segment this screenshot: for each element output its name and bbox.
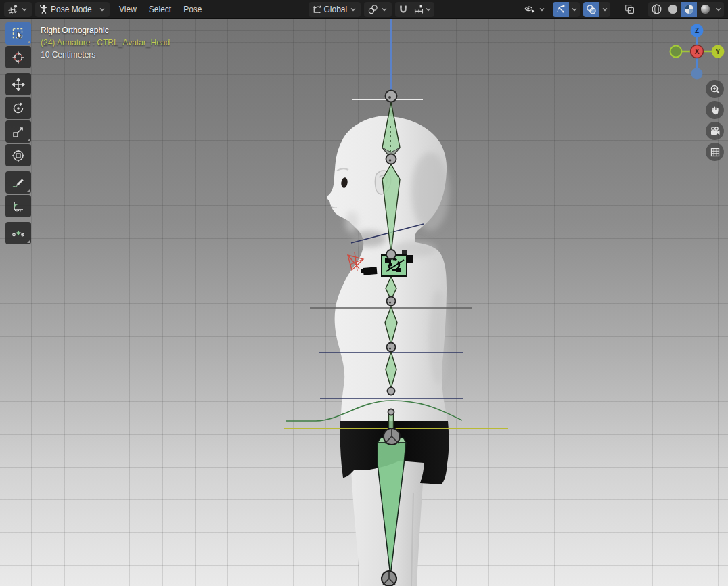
snap-increment-icon [413,4,424,15]
tool-shelf [5,22,31,244]
axis-navigation-gizmo[interactable]: Z Y X [670,24,725,80]
scale-icon [12,125,25,139]
gizmo-icon [555,4,566,15]
overlays-dropdown[interactable] [599,2,610,17]
tool-scale[interactable] [5,120,31,143]
toggle-perspective-button[interactable] [706,143,724,161]
show-overlays-toggle[interactable] [583,2,599,17]
mode-dropdown[interactable]: Pose Mode [35,2,110,17]
material-sphere-icon [683,3,695,15]
zoom-icon [710,84,721,95]
grid-scale-text: 10 Centimeters [41,49,170,61]
show-gizmos-toggle[interactable] [553,2,569,17]
editor-3d-viewport-icon [7,4,18,15]
hand-icon [710,105,721,116]
tool-transform[interactable] [5,144,31,166]
move-icon [12,78,25,91]
axis-x-label: X [695,48,700,55]
transform-orientation-dropdown[interactable]: Global [309,2,361,17]
shading-material-preview[interactable] [681,2,697,17]
pan-button[interactable] [706,101,724,119]
annotate-pencil-icon [12,176,25,189]
joint-chest [386,250,396,259]
root-end-sphere[interactable] [382,571,396,586]
tool-cursor[interactable] [5,46,31,68]
tool-measure[interactable] [5,195,31,217]
breakdowner-icon [12,227,25,240]
mode-label: Pose Mode [51,5,96,14]
joint-hips-top [388,409,394,415]
chevron-down-icon [349,5,357,14]
gizmos-group [553,2,580,17]
shading-wireframe[interactable] [648,2,664,17]
object-visibility-dropdown[interactable] [520,2,549,17]
scene-canvas: Z Y X [0,19,728,586]
3d-cursor-icon [12,51,25,64]
tool-annotate[interactable] [5,171,31,194]
viewport-header: Pose Mode View Select Pose Global [0,0,728,19]
pivot-point-icon [367,4,378,15]
shading-mode-group [648,2,724,17]
joint-spine-1 [388,388,395,395]
snap-target-dropdown[interactable] [411,2,434,17]
axis-neg-z-ball[interactable] [691,68,703,80]
active-object-text: (24) Armature : CTRL_Avatar_Head [41,37,170,49]
camera-icon [710,126,721,137]
xray-icon [624,3,635,15]
chevron-down-icon [714,5,723,14]
view-name-text: Right Orthographic [41,24,170,37]
magnet-icon [398,4,409,15]
zoom-button[interactable] [706,80,724,98]
joint-head-top [386,91,397,102]
menu-select[interactable]: Select [143,2,177,17]
pivot-point-dropdown[interactable] [364,2,392,17]
grid-icon [710,147,721,158]
chevron-down-icon [601,5,609,14]
rotate-icon [12,102,25,115]
hip-sphere[interactable] [384,428,400,445]
3d-viewport[interactable]: Z Y X Right Orthographic (24) Armature :… [0,19,728,586]
joint-spine-3 [387,297,396,306]
tool-move[interactable] [5,73,31,95]
snapping-group [395,2,434,17]
chevron-down-icon [98,5,106,14]
measure-icon [12,200,25,213]
pose-mode-icon [39,4,49,14]
menu-pose[interactable]: Pose [177,2,208,17]
joint-spine-2 [387,343,396,352]
axis-neg-y-ball[interactable] [670,46,682,58]
rendered-sphere-icon [700,3,711,15]
camera-view-button[interactable] [706,122,724,140]
joint-head-base [386,154,396,164]
wireframe-sphere-icon [651,3,662,15]
viewport-overlay-text: Right Orthographic (24) Armature : CTRL_… [41,24,170,61]
shading-solid[interactable] [664,2,681,17]
chevron-down-icon [380,5,388,14]
orientation-global-icon [312,4,322,14]
tool-rotate[interactable] [5,97,31,119]
chevron-down-icon [570,5,578,14]
solid-sphere-icon [667,3,679,15]
transform-icon [12,149,25,162]
tool-pose-breakdowner[interactable] [5,222,31,244]
chevron-down-icon [538,5,546,14]
shading-dropdown[interactable] [713,2,724,17]
overlays-group [583,2,610,17]
select-box-icon [12,27,25,41]
overlays-icon [586,4,597,15]
editor-type-button[interactable] [4,2,32,17]
axis-y-label: Y [716,48,721,55]
bone-hips-small[interactable] [389,415,394,429]
tool-tweak-select-box[interactable] [5,22,31,45]
gizmos-dropdown[interactable] [569,2,580,17]
menu-view[interactable]: View [113,2,143,17]
blender-window: Pose Mode View Select Pose Global [0,0,728,586]
axis-z-label: Z [695,27,699,35]
menubar: View Select Pose [113,2,208,17]
shading-rendered[interactable] [697,2,713,17]
xray-toggle[interactable] [621,2,637,17]
chevron-down-icon [20,5,28,14]
eye-pointer-icon [524,4,536,15]
chevron-down-icon [424,5,432,14]
snap-magnet-toggle[interactable] [395,2,411,17]
